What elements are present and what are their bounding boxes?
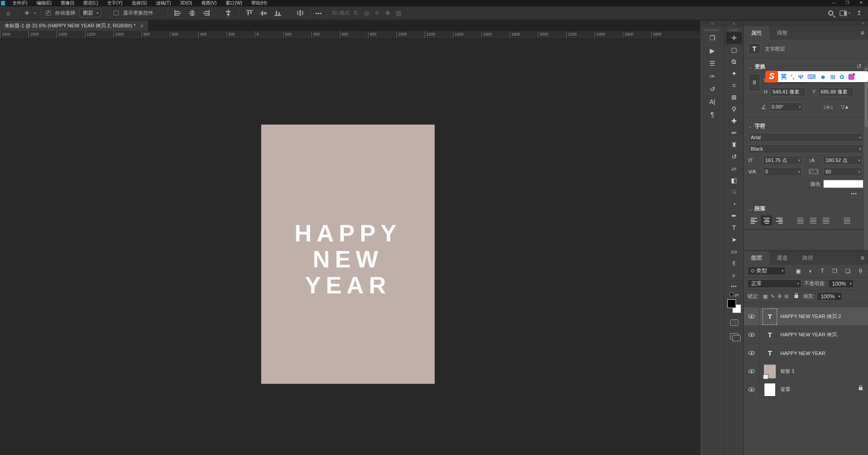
y-field[interactable]: 685.88 像素	[818, 87, 854, 96]
rotation-field[interactable]: 0.00° ▾	[769, 102, 803, 111]
move-tool[interactable]: ✛	[726, 32, 742, 44]
visibility-cell[interactable]	[744, 308, 759, 325]
frame-tool[interactable]: ⊠	[726, 91, 742, 103]
collapse-section-icon[interactable]: ⌄	[748, 207, 752, 211]
libraries-panel-icon[interactable]: ❐	[700, 32, 724, 44]
quick-selection-tool[interactable]: ✦	[726, 68, 742, 79]
menu-item[interactable]: 滤镜(T)	[152, 0, 176, 6]
restore-button[interactable]: ❐	[841, 0, 854, 6]
eyedropper-tool[interactable]: ⚲	[726, 103, 742, 115]
align-horizontal-centers-icon[interactable]	[189, 10, 195, 16]
menu-item[interactable]: 文件(F)	[8, 0, 32, 6]
artwork-card[interactable]: HAPPYNEWYEAR	[261, 125, 435, 384]
layer-thumbnail[interactable]: T	[764, 310, 776, 324]
distribute-vertical-icon[interactable]	[297, 10, 304, 16]
layer-thumbnail[interactable]: T	[764, 346, 776, 360]
align-top-edges-icon[interactable]	[246, 10, 253, 16]
close-button[interactable]: ✕	[854, 0, 868, 6]
justify-last-left-button[interactable]	[795, 215, 806, 225]
hand-tool[interactable]: ✌	[726, 257, 742, 269]
document-tab[interactable]: 未标题-1 @ 31.6% (HAPPY NEW YEAR 拷贝 2, RGB/…	[0, 21, 148, 31]
sogou-logo-icon[interactable]: S	[765, 71, 778, 83]
layers-dock-tab[interactable]: 图层	[744, 251, 769, 265]
align-text-center-button[interactable]	[761, 215, 772, 225]
share-icon[interactable]: ↥	[857, 10, 862, 16]
properties-panel-menu-icon[interactable]: ≡	[861, 29, 864, 37]
text-color-swatch[interactable]	[823, 180, 863, 188]
ime-language-toggle[interactable]: 英	[781, 73, 787, 81]
properties-scrollbar[interactable]: ▲ ▼	[864, 66, 868, 253]
reset-transform-icon[interactable]: ↺	[857, 63, 862, 70]
justify-last-center-button[interactable]	[808, 215, 819, 225]
blend-mode-dropdown[interactable]: 正常 ▾	[747, 279, 801, 288]
justify-all-button[interactable]	[842, 215, 852, 225]
visibility-cell[interactable]	[744, 381, 759, 398]
menu-item[interactable]: 图层(L)	[79, 0, 103, 6]
filter-type-dropdown[interactable]: 类型 ▾	[747, 267, 786, 275]
screen-mode-button[interactable]	[730, 333, 738, 340]
ime-mic-icon[interactable]: Ψ	[798, 73, 803, 80]
layer-row[interactable]: T HAPPY NEW YEAR	[744, 344, 868, 362]
show-transform-checkbox[interactable]	[114, 10, 119, 16]
tab-close-icon[interactable]: ×	[140, 23, 143, 29]
lock-pixels-icon[interactable]: ✎	[770, 293, 774, 299]
font-style-dropdown[interactable]: Black ▾	[748, 144, 863, 153]
brush-tool[interactable]: ✏	[726, 127, 742, 139]
font-size-dropdown[interactable]: 161.75 点 ▾	[763, 156, 802, 165]
ime-toolbox-icon[interactable]: ✿	[839, 73, 844, 80]
lock-all-icon[interactable]	[794, 295, 798, 298]
auto-select-mode-dropdown[interactable]: 图层 ▾	[79, 9, 101, 17]
lock-artboard-icon[interactable]: ⊞	[784, 293, 789, 299]
ime-robot-icon[interactable]: ☻	[820, 73, 826, 80]
edit-toolbar-button[interactable]: •••	[725, 284, 743, 289]
properties-tab[interactable]: 属性	[744, 26, 769, 40]
ime-skin-icon[interactable]	[848, 74, 854, 80]
dodge-tool[interactable]: ◔	[726, 198, 742, 210]
eraser-tool[interactable]: ▱	[726, 162, 742, 174]
layer-row[interactable]: 背景	[744, 381, 868, 399]
align-text-right-button[interactable]	[774, 215, 785, 225]
character-more-options-icon[interactable]: •••	[748, 190, 863, 196]
align-bottom-edges-icon[interactable]	[274, 10, 281, 16]
canvas-area[interactable]: HAPPYNEWYEAR	[0, 39, 700, 455]
align-text-left-button[interactable]	[748, 215, 759, 225]
default-swap-colors[interactable]: ⇄	[725, 293, 743, 298]
brushes-panel-icon[interactable]: ✑	[700, 70, 724, 82]
menu-item[interactable]: 图像(I)	[56, 0, 79, 6]
character-panel-icon[interactable]: A|	[700, 96, 724, 108]
paragraph-panel-icon[interactable]: ¶	[700, 109, 724, 120]
align-right-edges-icon[interactable]	[203, 10, 210, 16]
align-vertical-centers-icon[interactable]	[260, 10, 267, 16]
kerning-dropdown[interactable]: 0 ▾	[763, 167, 802, 176]
clone-stamp-tool[interactable]: ♜	[726, 139, 742, 151]
spot-healing-brush-tool[interactable]: ✚	[726, 115, 742, 127]
gradient-tool[interactable]: ◧	[726, 174, 742, 186]
collapse-section-icon[interactable]: ⌄	[748, 65, 752, 69]
justify-last-right-button[interactable]	[821, 215, 831, 225]
rectangle-tool[interactable]: ▭	[726, 246, 742, 257]
menu-item[interactable]: 窗口(W)	[221, 0, 247, 6]
menu-item[interactable]: 帮助(H)	[247, 0, 271, 6]
properties-tab[interactable]: 调整	[769, 26, 795, 40]
ime-grid-icon[interactable]: ⊞	[830, 73, 835, 80]
filter-shape-layers-icon[interactable]: ❒	[832, 268, 837, 274]
distribute-horizontal-icon[interactable]	[226, 10, 231, 16]
collapse-toolbar-button[interactable]: «	[725, 21, 743, 27]
ime-keyboard-icon[interactable]: ⌨	[807, 73, 816, 80]
actions-panel-icon[interactable]: ▶	[700, 45, 724, 57]
lock-position-icon[interactable]: ✜	[778, 293, 782, 299]
align-left-edges-icon[interactable]	[174, 10, 181, 16]
visibility-cell[interactable]	[744, 344, 759, 362]
layers-dock-tab[interactable]: 通道	[769, 251, 795, 265]
filter-smart-objects-icon[interactable]: ❏	[845, 268, 850, 274]
layer-thumbnail[interactable]	[764, 365, 776, 378]
home-icon[interactable]: ⌂	[4, 10, 13, 16]
link-dimensions-icon[interactable]: 8	[748, 73, 760, 92]
opacity-dropdown[interactable]: 100% ▾	[828, 279, 854, 288]
align-more-options-icon[interactable]: •••	[316, 10, 322, 16]
type-tool[interactable]: T	[726, 222, 742, 234]
flip-vertical-icon[interactable]: ▽▲	[841, 104, 848, 110]
quick-mask-button[interactable]	[730, 319, 738, 326]
layer-thumbnail[interactable]: T	[764, 328, 776, 342]
history-panel-icon[interactable]: ↺	[700, 83, 724, 95]
